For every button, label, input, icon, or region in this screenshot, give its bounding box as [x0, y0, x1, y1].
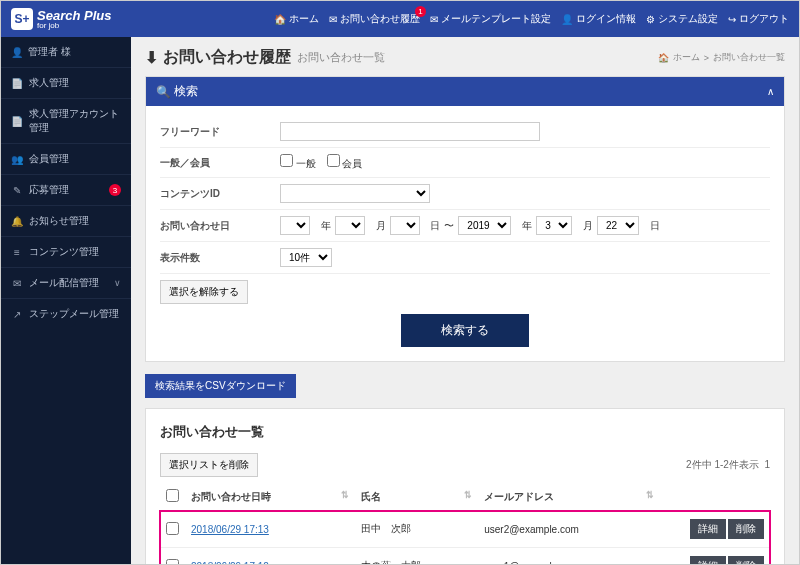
top-nav: 🏠ホーム✉お問い合わせ履歴1✉メールテンプレート設定👤ログイン情報⚙システム設定… [274, 12, 789, 26]
sidebar-item-0[interactable]: 📄求人管理 [1, 67, 131, 98]
row-email: user2@example.com [478, 511, 660, 548]
logo-line1: Search Plus [37, 9, 111, 22]
row-checkbox[interactable] [166, 522, 179, 535]
nav-icon: 👤 [561, 14, 573, 25]
list-summary: 2件中 1-2件表示 [686, 459, 759, 470]
to-year-select[interactable]: 2019 [458, 216, 511, 235]
inquiry-table: お問い合わせ日時⇅ 氏名⇅ メールアドレス⇅ 2018/06/29 17:13田… [160, 483, 770, 564]
breadcrumb-home[interactable]: ホーム [673, 51, 700, 64]
nav-badge: 1 [415, 6, 426, 17]
select-all-checkbox[interactable] [166, 489, 179, 502]
delete-selected-button-top[interactable]: 選択リストを削除 [160, 453, 258, 477]
nav-icon: ✉ [329, 14, 337, 25]
breadcrumb: 🏠 ホーム > お問い合わせ一覧 [658, 51, 785, 64]
search-icon: 🔍 [156, 85, 171, 99]
sidebar-item-1[interactable]: 📄求人管理アカウント管理 [1, 98, 131, 143]
chevron-down-icon: ∨ [114, 278, 121, 288]
sidebar-item-4[interactable]: 🔔お知らせ管理 [1, 205, 131, 236]
sidebar-item-label: 求人管理アカウント管理 [29, 107, 121, 135]
sidebar-item-label: 会員管理 [29, 152, 69, 166]
search-panel: 🔍 検索 ∧ フリーワード 一般／会員 一般 会員 [145, 76, 785, 362]
topnav-item-5[interactable]: ↪ログアウト [728, 12, 789, 26]
topnav-item-1[interactable]: ✉お問い合わせ履歴1 [329, 12, 420, 26]
sort-icon[interactable]: ⇅ [646, 490, 654, 500]
to-day-select[interactable]: 22 [597, 216, 639, 235]
content-id-label: コンテンツID [160, 187, 280, 201]
top-bar: S+ Search Plus for job 🏠ホーム✉お問い合わせ履歴1✉メー… [1, 1, 799, 37]
sidebar-item-label: お知らせ管理 [29, 214, 89, 228]
topnav-item-2[interactable]: ✉メールテンプレート設定 [430, 12, 551, 26]
row-date-link[interactable]: 2018/06/29 17:12 [191, 561, 269, 565]
user-icon: 👤 [11, 47, 23, 58]
freeword-input[interactable] [280, 122, 540, 141]
page-subtitle: お問い合わせ一覧 [297, 50, 385, 65]
rows-select[interactable]: 10件 [280, 248, 332, 267]
nav-icon: 🏠 [274, 14, 286, 25]
date-label: お問い合わせ日 [160, 219, 280, 233]
table-row: 2018/06/29 17:13田中 次郎user2@example.com詳細… [160, 511, 770, 548]
sidebar-item-label: 応募管理 [29, 183, 69, 197]
page-title: ⬇ お問い合わせ履歴 [145, 47, 291, 68]
sidebar-item-icon: ✉ [11, 278, 23, 289]
search-panel-header[interactable]: 🔍 検索 ∧ [146, 77, 784, 106]
topnav-item-4[interactable]: ⚙システム設定 [646, 12, 718, 26]
from-year-select[interactable] [280, 216, 310, 235]
sidebar-user: 👤 管理者 様 [1, 37, 131, 67]
row-checkbox[interactable] [166, 559, 179, 565]
search-button[interactable]: 検索する [401, 314, 529, 347]
list-panel: お問い合わせ一覧 選択リストを削除 2件中 1-2件表示 1 お問い合わせ日時⇅… [145, 408, 785, 564]
sidebar-item-6[interactable]: ✉メール配信管理∨ [1, 267, 131, 298]
clear-selection-button[interactable]: 選択を解除する [160, 280, 248, 304]
sidebar-user-name: 管理者 様 [28, 45, 71, 59]
sidebar-item-icon: ↗ [11, 309, 23, 320]
main-content: ⬇ お問い合わせ履歴 お問い合わせ一覧 🏠 ホーム > お問い合わせ一覧 🔍 検… [131, 37, 799, 564]
csv-download-button[interactable]: 検索結果をCSVダウンロード [145, 374, 296, 398]
sidebar-item-icon: ≡ [11, 247, 23, 258]
delete-button[interactable]: 削除 [728, 519, 764, 539]
inquiry-icon: ⬇ [145, 48, 158, 67]
sort-icon[interactable]: ⇅ [341, 490, 349, 500]
sidebar-item-label: ステップメール管理 [29, 307, 119, 321]
nav-icon: ⚙ [646, 14, 655, 25]
list-title: お問い合わせ一覧 [160, 419, 770, 447]
freeword-label: フリーワード [160, 125, 280, 139]
sidebar-item-icon: 👥 [11, 154, 23, 165]
list-page: 1 [764, 459, 770, 470]
from-day-select[interactable] [390, 216, 420, 235]
sidebar-item-icon: 🔔 [11, 216, 23, 227]
detail-button[interactable]: 詳細 [690, 556, 726, 564]
sidebar-item-label: 求人管理 [29, 76, 69, 90]
nav-icon: ✉ [430, 14, 438, 25]
row-date-link[interactable]: 2018/06/29 17:13 [191, 524, 269, 535]
to-month-select[interactable]: 3 [536, 216, 572, 235]
topnav-item-3[interactable]: 👤ログイン情報 [561, 12, 636, 26]
delete-button[interactable]: 削除 [728, 556, 764, 564]
collapse-icon[interactable]: ∧ [767, 86, 774, 97]
sidebar-item-2[interactable]: 👥会員管理 [1, 143, 131, 174]
detail-button[interactable]: 詳細 [690, 519, 726, 539]
type-general[interactable]: 一般 [280, 154, 316, 171]
sidebar-badge: 3 [109, 184, 121, 196]
sidebar-item-3[interactable]: ✎応募管理3 [1, 174, 131, 205]
logo-icon: S+ [11, 8, 33, 30]
sidebar: 👤 管理者 様 📄求人管理📄求人管理アカウント管理👥会員管理✎応募管理3🔔お知ら… [1, 37, 131, 564]
content-id-select[interactable] [280, 184, 430, 203]
sidebar-item-5[interactable]: ≡コンテンツ管理 [1, 236, 131, 267]
sidebar-item-label: コンテンツ管理 [29, 245, 99, 259]
rows-label: 表示件数 [160, 251, 280, 265]
nav-icon: ↪ [728, 14, 736, 25]
sidebar-item-icon: 📄 [11, 78, 23, 89]
sidebar-item-icon: ✎ [11, 185, 23, 196]
sidebar-item-7[interactable]: ↗ステップメール管理 [1, 298, 131, 329]
sidebar-item-icon: 📄 [11, 116, 23, 127]
logo[interactable]: S+ Search Plus for job [11, 8, 111, 30]
from-month-select[interactable] [335, 216, 365, 235]
breadcrumb-current: お問い合わせ一覧 [713, 51, 785, 64]
topnav-item-0[interactable]: 🏠ホーム [274, 12, 319, 26]
type-member[interactable]: 会員 [327, 154, 363, 171]
logo-line2: for job [37, 22, 111, 30]
row-email: user1@example.com [478, 548, 660, 565]
type-label: 一般／会員 [160, 156, 280, 170]
sort-icon[interactable]: ⇅ [464, 490, 472, 500]
row-name: 田中 次郎 [355, 511, 478, 548]
